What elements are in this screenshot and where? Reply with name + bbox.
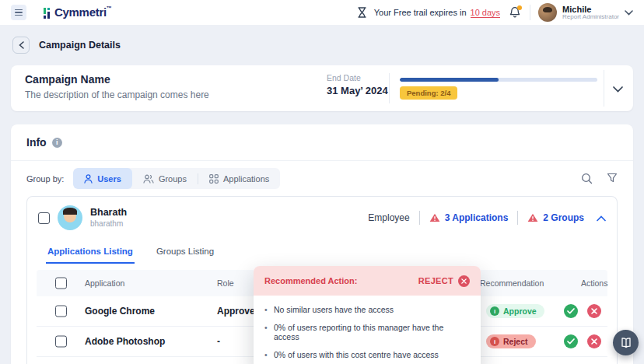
chevron-down-icon [625,10,633,16]
hourglass-icon [358,7,366,18]
tab-groups-listing[interactable]: Groups Listing [155,242,215,262]
filter-icon[interactable] [607,173,618,187]
trial-days-link[interactable]: 10 days [471,8,501,18]
expand-campaign-chevron-icon[interactable] [613,82,623,96]
divider [419,211,420,225]
row-checkbox[interactable] [55,336,67,348]
tab-applications-listing[interactable]: Applications Listing [46,242,135,264]
user-icon [84,174,93,184]
trial-text: Your Free trail expires in [374,8,467,17]
popup-recommended-action: REJECT [418,276,453,285]
groups-icon [143,174,154,184]
application-role: Approver [217,306,258,317]
search-icon[interactable] [581,173,593,187]
user-display-name: Bharath [90,207,127,219]
x-icon [591,308,597,314]
applications-grid-icon [209,174,219,184]
app-logo: Cymmetri ™ [44,6,112,19]
reason-item: 0% of users reporting to this manager ha… [261,323,470,341]
user-photo-avatar [58,205,82,230]
row-checkbox[interactable] [55,306,67,317]
warning-triangle-icon [429,213,440,222]
user-avatar [538,3,557,22]
top-header: Cymmetri ™ Your Free trail expires in 10… [0,0,644,25]
campaign-description: The description of the campaign comes he… [25,89,209,100]
user-checkbox[interactable] [38,212,50,224]
groups-count-link[interactable]: 2 Groups [527,212,584,223]
header-divider [530,5,530,20]
header-user-name: Michile [562,5,619,14]
logo-trademark: ™ [107,5,112,11]
application-name: Adobe Photoshop [85,336,165,347]
recommended-action-popup: Recommended Action: REJECT No similar us… [254,266,481,364]
pending-badge: Pending: 2/4 [400,86,457,100]
recommendation-label: Approve [503,306,537,316]
recommendation-reasons-list: No similar users have the access 0% of u… [261,305,470,359]
chevron-left-icon [19,41,24,49]
end-date-label: End Date [327,73,361,82]
group-by-label: Group by: [26,174,64,184]
reject-action-button[interactable] [587,304,601,318]
column-application: Application [85,278,124,288]
reason-item: 0% of users with this cost centre have a… [261,350,470,359]
campaign-name: Campaign Name [25,73,110,86]
check-icon [567,308,575,314]
group-by-users-label: Users [97,174,121,184]
open-book-icon [620,338,632,348]
back-button[interactable] [12,37,30,54]
user-type: Employee [368,212,409,223]
x-icon [591,338,597,345]
info-icon: i [490,306,499,316]
trial-banner: Your Free trail expires in 10 days [374,8,500,18]
application-name: Google Chrome [85,306,155,317]
column-role: Role [217,278,234,288]
application-role: - [217,336,220,347]
group-by-segmented-control: Users Groups Applications [73,168,280,189]
warning-triangle-icon [527,213,538,222]
notifications-bell-icon[interactable] [508,5,522,19]
recommendation-badge: i Approve [486,304,544,318]
info-title: Info [26,136,47,149]
reason-item: No similar users have the access [261,305,470,314]
header-user-role: Report Administrator [562,14,619,21]
approve-action-button[interactable] [564,334,578,348]
divider [517,211,518,225]
group-by-applications-tab[interactable]: Applications [198,168,280,189]
info-tooltip-icon[interactable]: i [52,138,62,148]
profile-menu[interactable]: Michile Report Administrator [538,3,633,22]
groups-count-label: 2 Groups [543,212,584,223]
column-recommendation: Recommendation [480,278,544,288]
info-icon: i [490,337,499,346]
menu-icon[interactable] [11,5,26,20]
group-by-groups-label: Groups [159,174,187,184]
logo-mark-icon [44,7,52,19]
approve-action-button[interactable] [564,304,578,318]
user-group-header: Bharath bharathm Employee 3 Applications… [27,197,617,239]
reject-circle-icon[interactable] [458,275,470,287]
recommendation-badge: i Reject [486,334,536,348]
end-date-value: 31 May’ 2024 [327,85,388,96]
recommendation-label: Reject [503,337,528,346]
column-actions: Actions [581,278,607,288]
breadcrumb: Campaign Details [12,37,121,54]
user-username: bharathm [90,219,127,229]
page-title: Campaign Details [39,40,121,51]
divider [389,73,390,103]
applications-count-link[interactable]: 3 Applications [429,212,509,223]
collapse-row-chevron-icon[interactable] [597,211,606,225]
check-icon [567,338,575,345]
reject-action-button[interactable] [587,334,601,348]
progress-fill [400,78,499,82]
divider [604,70,604,107]
popup-title: Recommended Action: [264,276,357,285]
group-by-users-tab[interactable]: Users [73,168,132,189]
campaign-progress-bar [400,78,597,82]
logo-text: Cymmetri [54,6,107,19]
help-docs-fab[interactable] [613,330,639,355]
group-by-groups-tab[interactable]: Groups [132,168,198,189]
applications-count-label: 3 Applications [445,212,509,223]
listing-tabs: Applications Listing Groups Listing [27,239,617,270]
group-by-applications-label: Applications [223,174,269,184]
select-all-checkbox[interactable] [55,278,67,289]
campaign-summary-card: Campaign Name The description of the cam… [11,65,633,111]
